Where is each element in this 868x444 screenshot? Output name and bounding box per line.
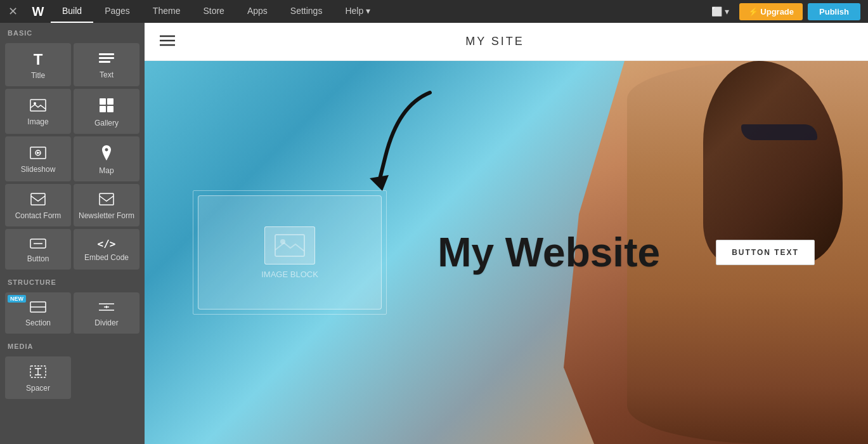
tab-help[interactable]: Help ▾ [334, 0, 382, 23]
sidebar-item-section[interactable]: NEW Section [5, 292, 71, 334]
divider-icon [99, 301, 114, 315]
svg-rect-30 [275, 235, 304, 256]
sidebar-item-label: Divider [94, 318, 118, 327]
text-icon [99, 53, 114, 67]
tab-build[interactable]: Build [51, 0, 93, 23]
image-icon [30, 99, 46, 114]
svg-rect-7 [100, 106, 106, 112]
sidebar-item-title[interactable]: T Title [5, 43, 71, 86]
hero-section[interactable]: IMAGE BLOCK My Website BUTTON TEXT [145, 61, 868, 444]
sidebar-item-label: Button [27, 254, 49, 263]
site-header: MY SITE [145, 23, 868, 61]
sidebar-item-label: Image [27, 117, 48, 126]
sidebar-item-newsletter-form[interactable]: Newsletter Form [74, 184, 139, 226]
slideshow-icon [30, 147, 46, 161]
newsletter-form-icon [99, 193, 114, 207]
tab-pages[interactable]: Pages [93, 0, 141, 23]
hero-content: IMAGE BLOCK My Website BUTTON TEXT [145, 61, 868, 444]
svg-rect-2 [99, 61, 110, 63]
svg-rect-3 [30, 100, 46, 111]
gallery-icon [99, 98, 114, 115]
sidebar-item-divider[interactable]: Divider [74, 292, 139, 334]
tab-settings[interactable]: Settings [279, 0, 334, 23]
sidebar-item-label: Text [100, 70, 113, 79]
section-label-structure: Structure [0, 272, 145, 290]
structure-items-grid: NEW Section Divider [0, 290, 145, 336]
hero-title: My Website [437, 229, 660, 276]
tab-apps[interactable]: Apps [236, 0, 279, 23]
sidebar-item-label: Slideshow [21, 165, 56, 174]
sidebar-item-label: Gallery [94, 119, 119, 127]
svg-rect-6 [107, 98, 113, 105]
upgrade-button[interactable]: ⚡ Upgrade [739, 3, 803, 20]
svg-rect-0 [99, 53, 114, 55]
site-title: MY SITE [465, 35, 524, 48]
sidebar-item-label: Map [99, 166, 113, 175]
publish-button[interactable]: Publish [808, 3, 860, 20]
svg-rect-5 [100, 98, 106, 105]
svg-rect-13 [100, 193, 113, 205]
sidebar-item-button[interactable]: Button [5, 229, 71, 270]
sidebar-item-embed-code[interactable]: </> Embed Code [74, 229, 139, 270]
sidebar-item-map[interactable]: Map [74, 136, 139, 181]
svg-rect-1 [99, 57, 114, 59]
sidebar-item-spacer[interactable]: Spacer [5, 356, 71, 399]
spacer-grid: Spacer [0, 354, 145, 402]
image-block-wrapper[interactable]: IMAGE BLOCK [198, 195, 382, 310]
tab-store[interactable]: Store [191, 0, 235, 23]
sidebar-item-label: Embed Code [84, 253, 129, 262]
section-icon [30, 301, 46, 315]
contact-form-icon [30, 193, 46, 207]
new-badge: NEW [8, 295, 26, 303]
image-placeholder[interactable]: IMAGE BLOCK [198, 195, 382, 310]
image-placeholder-text: IMAGE BLOCK [261, 270, 318, 279]
embed-code-icon: </> [98, 239, 116, 249]
main-layout: Basic T Title Text Image [0, 23, 868, 444]
hamburger-menu-icon[interactable] [160, 34, 175, 50]
sidebar-item-label: Title [31, 71, 45, 80]
sidebar: Basic T Title Text Image [0, 23, 145, 444]
title-icon: T [34, 52, 43, 67]
spacer-icon [30, 365, 46, 380]
sidebar-item-slideshow[interactable]: Slideshow [5, 136, 71, 181]
section-label-basic: Basic [0, 23, 145, 41]
sidebar-item-label: Section [25, 318, 51, 327]
tab-theme[interactable]: Theme [141, 0, 192, 23]
hero-cta-button[interactable]: BUTTON TEXT [716, 240, 815, 265]
basic-items-grid: T Title Text Image Gallery [0, 41, 145, 272]
nav-tabs: Build Pages Theme Store Apps Settings He… [51, 0, 706, 23]
image-placeholder-icon [264, 226, 315, 264]
top-navigation: ✕ W Build Pages Theme Store Apps Setting… [0, 0, 868, 23]
sidebar-item-gallery[interactable]: Gallery [74, 89, 139, 134]
sidebar-item-label: Newsletter Form [79, 211, 134, 220]
sidebar-item-label: Contact Form [15, 211, 62, 220]
weebly-logo: W [25, 0, 51, 23]
svg-rect-12 [31, 193, 45, 205]
device-selector[interactable]: ⬜ ▾ [706, 6, 734, 16]
canvas-area: MY SITE [145, 23, 868, 444]
map-icon [100, 145, 113, 162]
sidebar-item-label: Spacer [26, 384, 50, 393]
top-nav-right: ⬜ ▾ ⚡ Upgrade Publish [706, 3, 868, 20]
close-button[interactable]: ✕ [0, 0, 25, 23]
sidebar-item-contact-form[interactable]: Contact Form [5, 184, 71, 226]
sidebar-item-image[interactable]: Image [5, 89, 71, 134]
sidebar-item-text[interactable]: Text [74, 43, 139, 86]
section-label-media: Media [0, 336, 145, 354]
button-icon [30, 238, 46, 251]
svg-rect-8 [107, 106, 113, 112]
